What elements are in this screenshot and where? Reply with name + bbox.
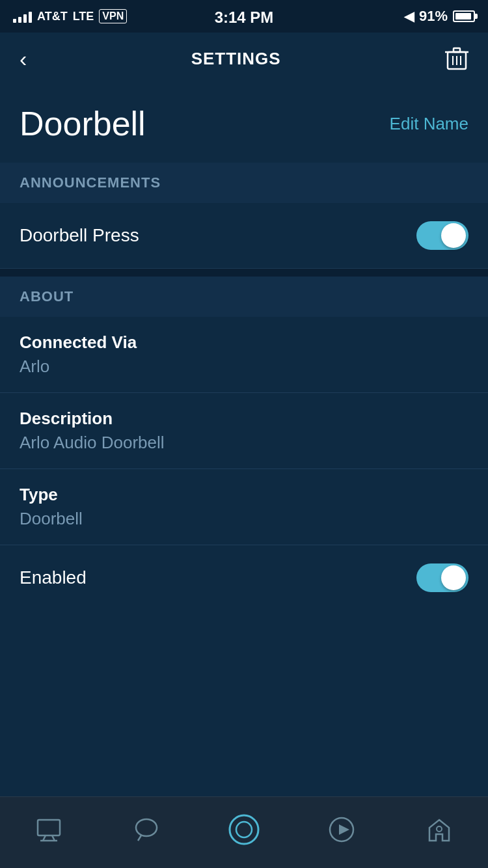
back-button[interactable]: ‹ [20,46,27,72]
play-icon [327,815,357,845]
battery-percent: 91% [419,8,448,25]
nav-item-chat[interactable] [98,815,195,845]
vpn-badge: VPN [99,9,127,23]
bottom-navigation [0,796,488,868]
chat-icon [131,815,161,845]
section-gap-1 [0,269,488,277]
battery-fill [455,13,471,20]
enabled-toggle[interactable] [416,563,468,592]
description-item: Description Arlo Audio Doorbell [0,393,488,469]
page-title: SETTINGS [191,49,281,69]
svg-point-10 [136,819,157,836]
status-bar: AT&T LTE VPN 3:14 PM ◀ 91% [0,0,488,33]
nav-item-home[interactable] [390,815,488,845]
toggle-knob [441,223,466,248]
edit-name-button[interactable]: Edit Name [390,114,468,134]
device-name-label: Doorbell [20,104,146,143]
doorbell-press-toggle[interactable] [416,221,468,250]
svg-marker-14 [339,824,349,835]
description-value: Arlo Audio Doorbell [20,433,468,453]
type-value: Doorbell [20,509,468,529]
signal-bar-4 [29,12,32,23]
enabled-toggle-knob [441,565,466,590]
signal-bars [13,10,32,23]
signal-bar-1 [13,19,16,23]
announcements-title: ANNOUNCEMENTS [20,174,161,191]
description-label: Description [20,409,468,429]
connected-via-label: Connected Via [20,332,468,353]
battery-icon [453,10,475,22]
signal-bar-2 [18,17,21,23]
svg-point-15 [437,826,442,832]
carrier-label: AT&T [37,10,68,23]
about-section-header: ABOUT [0,277,488,317]
svg-point-11 [230,815,258,844]
status-left: AT&T LTE VPN [13,9,127,23]
connected-via-value: Arlo [20,357,468,377]
type-item: Type Doorbell [0,469,488,545]
trash-icon [445,46,468,72]
nav-item-alexa[interactable] [195,813,293,847]
alexa-icon [227,813,261,847]
connected-via-item: Connected Via Arlo [0,317,488,393]
devices-icon [34,815,64,845]
home-icon [424,815,454,845]
status-right: ◀ 91% [404,8,475,25]
announcements-section-header: ANNOUNCEMENTS [0,163,488,203]
about-title: ABOUT [20,288,74,305]
doorbell-press-row: Doorbell Press [0,203,488,269]
enabled-label: Enabled [20,567,87,588]
device-name-section: Doorbell Edit Name [0,85,488,163]
doorbell-press-label: Doorbell Press [20,225,139,246]
status-time: 3:14 PM [215,8,274,27]
type-label: Type [20,485,468,505]
svg-point-12 [236,822,252,837]
enabled-row: Enabled [0,545,488,610]
svg-rect-6 [38,820,60,835]
nav-header: ‹ SETTINGS [0,33,488,85]
nav-item-play[interactable] [293,815,390,845]
location-icon: ◀ [404,8,414,24]
signal-bar-3 [23,14,27,23]
nav-item-devices[interactable] [0,815,98,845]
network-type-label: LTE [73,10,94,23]
delete-button[interactable] [445,46,468,72]
